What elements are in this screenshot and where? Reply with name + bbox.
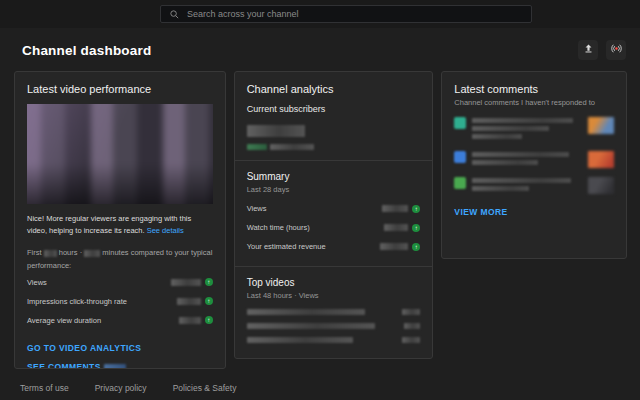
trend-up-icon: ↑ [412, 205, 420, 213]
redacted-value [380, 243, 408, 250]
top-video-row[interactable] [247, 319, 421, 333]
metric-label: Views [27, 278, 47, 287]
comment-video-thumbnail [588, 117, 614, 134]
metric-label: Average view duration [27, 316, 101, 325]
comparison-part-1: First [27, 248, 42, 257]
commenter-avatar [454, 151, 466, 163]
header-actions [578, 40, 626, 60]
redacted-comment-count [104, 364, 126, 369]
metric-row-ctr: Impressions click-through rate ↑ [27, 292, 213, 311]
upload-icon [582, 41, 595, 59]
redacted-value [270, 144, 314, 150]
commenter-avatar [454, 177, 466, 189]
top-video-row[interactable] [247, 305, 421, 319]
metric-label: Impressions click-through rate [27, 297, 127, 306]
see-comments-label: SEE COMMENTS [27, 362, 101, 369]
summary-title: Summary [247, 171, 421, 182]
summary-row-views: Views ↑ [247, 199, 421, 218]
redacted-value [384, 224, 408, 231]
redacted-video-title [247, 337, 353, 343]
redacted-comment-text [472, 177, 582, 194]
card-title: Channel analytics [247, 83, 421, 95]
see-comments-link[interactable]: SEE COMMENTS [27, 362, 213, 369]
comment-item[interactable] [454, 177, 614, 194]
metric-row-views: Views ↑ [27, 273, 213, 292]
comment-item[interactable] [454, 117, 614, 142]
latest-video-performance-card: Latest video performance Nice! More regu… [14, 71, 226, 369]
redacted-value [84, 250, 100, 257]
footer-link-policies[interactable]: Policies & Safety [173, 383, 237, 393]
comment-video-thumbnail [588, 151, 614, 168]
latest-video-thumbnail[interactable] [27, 104, 213, 204]
trend-up-icon: ↑ [412, 243, 420, 251]
top-videos-title: Top videos [247, 277, 421, 288]
trend-up-icon: ↑ [205, 278, 213, 286]
summary-row-revenue: Your estimated revenue ↑ [247, 237, 421, 256]
redacted-value [247, 144, 267, 150]
comparison-part-2: hours · [59, 248, 82, 257]
top-videos-subtitle: Last 48 hours · Views [247, 291, 421, 300]
dashboard-cards: Latest video performance Nice! More regu… [0, 71, 640, 369]
channel-search-input[interactable] [187, 9, 523, 19]
subscriber-delta [247, 144, 421, 150]
summary-label: Your estimated revenue [247, 242, 326, 251]
page-title: Channel dashboard [22, 43, 151, 58]
comment-video-thumbnail [588, 177, 614, 194]
top-bar [0, 0, 640, 28]
trend-up-icon: ↑ [205, 297, 213, 305]
redacted-comment-text [472, 117, 582, 142]
redacted-value [402, 309, 420, 315]
comments-subtitle: Channel comments I haven't responded to [454, 98, 614, 108]
summary-row-watch-time: Watch time (hours) ↑ [247, 218, 421, 237]
card-title: Latest video performance [27, 83, 213, 95]
redacted-value [177, 298, 201, 305]
go-live-button[interactable] [606, 40, 626, 60]
redacted-value [179, 317, 201, 324]
current-subscribers-label: Current subscribers [247, 104, 421, 114]
redacted-thumbnail [27, 104, 213, 204]
summary-label: Watch time (hours) [247, 223, 310, 232]
performance-insight: Nice! More regular viewers are engaging … [27, 213, 213, 236]
summary-subtitle: Last 28 days [247, 185, 421, 194]
redacted-video-title [247, 323, 375, 329]
see-details-link[interactable]: See details [147, 226, 184, 235]
top-video-row[interactable] [247, 333, 421, 347]
search-icon [169, 9, 180, 20]
summary-label: Views [247, 204, 267, 213]
footer-link-terms[interactable]: Terms of use [20, 383, 69, 393]
redacted-comment-text [472, 151, 582, 168]
footer: Terms of use Privacy policy Policies & S… [20, 383, 236, 393]
card-title: Latest comments [454, 83, 614, 95]
channel-analytics-card: Channel analytics Current subscribers Su… [234, 71, 434, 359]
redacted-value [404, 323, 420, 329]
footer-link-privacy[interactable]: Privacy policy [95, 383, 147, 393]
redacted-value [402, 337, 420, 343]
redacted-subscriber-count [247, 125, 305, 137]
metric-row-avg-duration: Average view duration ↑ [27, 311, 213, 330]
view-more-comments-link[interactable]: VIEW MORE [454, 207, 614, 217]
trend-up-icon: ↑ [205, 316, 213, 324]
redacted-value [382, 205, 408, 212]
redacted-value [44, 250, 57, 257]
go-to-video-analytics-link[interactable]: GO TO VIDEO ANALYTICS [27, 343, 213, 353]
upload-video-button[interactable] [578, 40, 598, 60]
trend-up-icon: ↑ [412, 224, 420, 232]
live-broadcast-icon [610, 41, 623, 59]
comparison-text: First hours · minutes compared to your t… [27, 247, 213, 273]
channel-search-box[interactable] [160, 5, 532, 23]
page-header: Channel dashboard [0, 28, 640, 71]
comment-item[interactable] [454, 151, 614, 168]
latest-comments-card: Latest comments Channel comments I haven… [441, 71, 627, 259]
divider [235, 160, 433, 161]
commenter-avatar [454, 117, 466, 129]
redacted-value [171, 279, 201, 286]
redacted-video-title [247, 309, 365, 315]
divider [235, 266, 433, 267]
